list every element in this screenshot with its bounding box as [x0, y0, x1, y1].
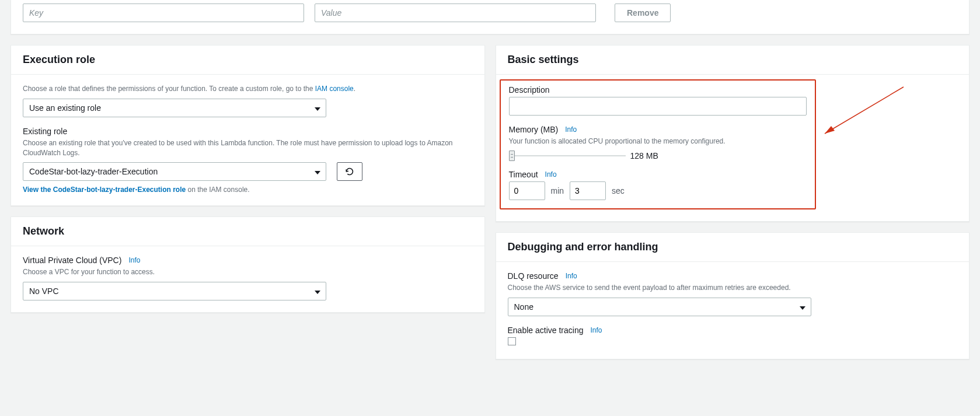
- execution-role-title: Execution role: [11, 46, 484, 75]
- timeout-sec-label: sec: [612, 186, 625, 195]
- vpc-label: Virtual Private Cloud (VPC): [23, 256, 121, 265]
- timeout-min-label: min: [551, 186, 564, 195]
- tracing-checkbox[interactable]: [508, 337, 516, 345]
- view-role-link[interactable]: View the CodeStar-bot-lazy-trader-Execut…: [23, 186, 186, 194]
- tracing-label-row: Enable active tracing Info: [508, 326, 958, 335]
- dlq-select[interactable]: None: [508, 298, 811, 316]
- highlight-annotation: Description Memory (MB) Info Your functi…: [500, 79, 816, 209]
- dlq-help: Choose the AWS service to send the event…: [508, 283, 958, 293]
- memory-info-link[interactable]: Info: [565, 125, 577, 134]
- memory-label: Memory (MB): [509, 125, 559, 134]
- refresh-icon: [345, 167, 354, 176]
- role-choice-select-wrap: Use an existing role: [23, 99, 326, 117]
- existing-role-select[interactable]: CodeStar-bot-lazy-trader-Execution: [23, 162, 326, 181]
- memory-label-row: Memory (MB) Info: [509, 125, 807, 134]
- vpc-label-row: Virtual Private Cloud (VPC) Info: [23, 256, 473, 265]
- refresh-roles-button[interactable]: [337, 162, 362, 181]
- description-label: Description: [509, 85, 807, 95]
- memory-help: Your function is allocated CPU proportio…: [509, 137, 807, 146]
- timeout-sec-input[interactable]: [570, 181, 606, 200]
- execution-role-panel: Execution role Choose a role that define…: [11, 45, 485, 206]
- vpc-help: Choose a VPC for your function to access…: [23, 267, 473, 277]
- page-root: Remove Execution role Choose a role that…: [0, 0, 980, 370]
- existing-role-label: Existing role: [23, 127, 473, 136]
- tag-key-input[interactable]: [23, 4, 304, 22]
- right-column: Basic settings Description Memory (MB) I…: [496, 45, 970, 359]
- timeout-label: Timeout: [509, 170, 538, 179]
- vpc-info-link[interactable]: Info: [128, 256, 140, 264]
- debugging-panel: Debugging and error handling DLQ resourc…: [496, 232, 970, 359]
- timeout-label-row: Timeout Info: [509, 170, 807, 179]
- left-column: Execution role Choose a role that define…: [11, 45, 485, 359]
- iam-console-link[interactable]: IAM console: [315, 85, 354, 93]
- existing-role-select-wrap: CodeStar-bot-lazy-trader-Execution: [23, 162, 326, 181]
- network-panel: Network Virtual Private Cloud (VPC) Info…: [11, 216, 485, 313]
- tracing-info-link[interactable]: Info: [590, 326, 602, 334]
- memory-value: 128 MB: [630, 151, 658, 160]
- role-choice-select[interactable]: Use an existing role: [23, 99, 326, 117]
- two-column-layout: Execution role Choose a role that define…: [11, 45, 969, 359]
- debugging-title: Debugging and error handling: [496, 233, 969, 262]
- vpc-select-wrap: No VPC: [23, 282, 326, 300]
- dlq-label-row: DLQ resource Info: [508, 271, 958, 281]
- timeout-info-link[interactable]: Info: [545, 170, 557, 179]
- execution-role-description: Choose a role that defines the permissio…: [23, 84, 473, 94]
- tag-value-input[interactable]: [315, 4, 596, 22]
- vpc-select[interactable]: No VPC: [23, 282, 326, 300]
- memory-slider[interactable]: [509, 155, 626, 156]
- dlq-label: DLQ resource: [508, 271, 559, 281]
- memory-slider-thumb[interactable]: [509, 151, 515, 161]
- tag-row: Remove: [23, 0, 957, 22]
- tags-panel-partial: Remove: [11, 0, 969, 34]
- view-role-link-row: View the CodeStar-bot-lazy-trader-Execut…: [23, 186, 473, 194]
- network-title: Network: [11, 217, 484, 246]
- basic-settings-panel: Basic settings Description Memory (MB) I…: [496, 45, 970, 222]
- dlq-select-wrap: None: [508, 298, 811, 316]
- remove-tag-button[interactable]: Remove: [615, 4, 671, 22]
- existing-role-help: Choose an existing role that you've crea…: [23, 138, 473, 158]
- memory-slider-row: 128 MB: [509, 151, 807, 160]
- description-input[interactable]: [509, 97, 807, 116]
- basic-settings-title: Basic settings: [496, 46, 969, 75]
- timeout-min-input[interactable]: [509, 181, 545, 200]
- dlq-info-link[interactable]: Info: [566, 272, 577, 280]
- tracing-label: Enable active tracing: [508, 326, 584, 335]
